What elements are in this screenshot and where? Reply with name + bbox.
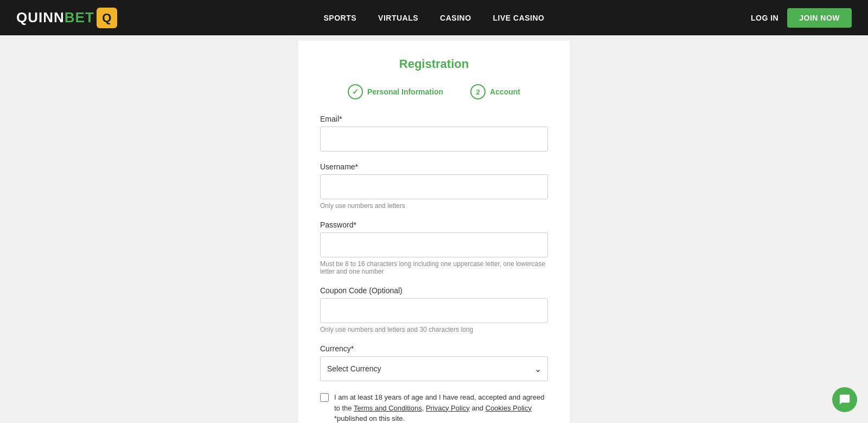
password-hint: Must be 8 to 16 characters long includin… <box>320 260 548 275</box>
logo-bet: BET <box>65 9 94 26</box>
email-label: Email* <box>320 115 548 123</box>
login-button[interactable]: LOG IN <box>751 14 778 22</box>
email-input[interactable] <box>320 127 548 151</box>
password-label: Password* <box>320 220 548 229</box>
nav-links: SPORTS VIRTUALS CASINO LIVE CASINO <box>324 13 545 23</box>
navbar-actions: LOG IN JOIN NOW <box>751 8 852 28</box>
nav-link-casino[interactable]: CASINO <box>440 14 471 22</box>
email-group: Email* <box>320 115 548 151</box>
step1-label: Personal Information <box>367 87 443 96</box>
logo: QUINNBET <box>16 9 94 26</box>
registration-steps: ✓ Personal Information 2 Account <box>320 84 548 99</box>
nav-link-sports[interactable]: SPORTS <box>324 14 357 22</box>
nav-link-virtuals[interactable]: VIRTUALS <box>378 14 418 22</box>
cookies-link[interactable]: Cookies Policy <box>486 404 532 412</box>
navbar: QUINNBET Q SPORTS VIRTUALS CASINO LIVE C… <box>0 0 868 35</box>
step-1: ✓ Personal Information <box>348 84 443 99</box>
join-button[interactable]: JOIN NOW <box>787 8 852 28</box>
step2-label: Account <box>490 87 520 96</box>
published-text: *published on this site. <box>334 414 405 422</box>
logo-area: QUINNBET Q <box>16 8 117 28</box>
nav-item-casino[interactable]: CASINO <box>440 13 471 23</box>
nav-link-live-casino[interactable]: LIVE CASINO <box>493 14 545 22</box>
coupon-hint: Only use numbers and letters and 30 char… <box>320 326 548 333</box>
chat-icon <box>839 394 851 406</box>
password-group: Password* Must be 8 to 16 characters lon… <box>320 220 548 275</box>
username-hint: Only use numbers and letters <box>320 202 548 210</box>
coupon-group: Coupon Code (Optional) Only use numbers … <box>320 286 548 333</box>
password-input[interactable] <box>320 232 548 257</box>
terms-checkbox[interactable] <box>320 393 329 402</box>
currency-group: Currency* Select Currency GBP - British … <box>320 344 548 381</box>
registration-card: Registration ✓ Personal Information 2 Ac… <box>298 41 570 423</box>
step1-check-icon: ✓ <box>348 84 363 99</box>
terms-link[interactable]: Terms and Conditions <box>354 404 422 412</box>
username-label: Username* <box>320 162 548 171</box>
currency-label: Currency* <box>320 344 548 353</box>
username-input[interactable] <box>320 174 548 199</box>
coupon-label: Coupon Code (Optional) <box>320 286 548 295</box>
logo-q-icon: Q <box>97 8 117 28</box>
nav-item-virtuals[interactable]: VIRTUALS <box>378 13 418 23</box>
comma-text: , <box>422 404 426 412</box>
privacy-link[interactable]: Privacy Policy <box>426 404 470 412</box>
logo-quinn: QUINN <box>16 9 65 26</box>
nav-item-sports[interactable]: SPORTS <box>324 13 357 23</box>
terms-label[interactable]: I am at least 18 years of age and I have… <box>334 392 548 423</box>
registration-title: Registration <box>320 57 548 71</box>
terms-checkbox-area: I am at least 18 years of age and I have… <box>320 392 548 423</box>
step-2: 2 Account <box>470 84 520 99</box>
and2-text: and <box>470 404 486 412</box>
coupon-input[interactable] <box>320 298 548 323</box>
chat-bubble[interactable] <box>832 387 857 412</box>
currency-select[interactable]: Select Currency GBP - British Pound EUR … <box>320 356 548 381</box>
step2-num-icon: 2 <box>470 84 486 99</box>
registration-form: Email* Username* Only use numbers and le… <box>320 115 548 423</box>
nav-item-live-casino[interactable]: LIVE CASINO <box>493 13 545 23</box>
currency-select-wrapper: Select Currency GBP - British Pound EUR … <box>320 356 548 381</box>
page-content: Registration ✓ Personal Information 2 Ac… <box>0 35 868 423</box>
username-group: Username* Only use numbers and letters <box>320 162 548 210</box>
